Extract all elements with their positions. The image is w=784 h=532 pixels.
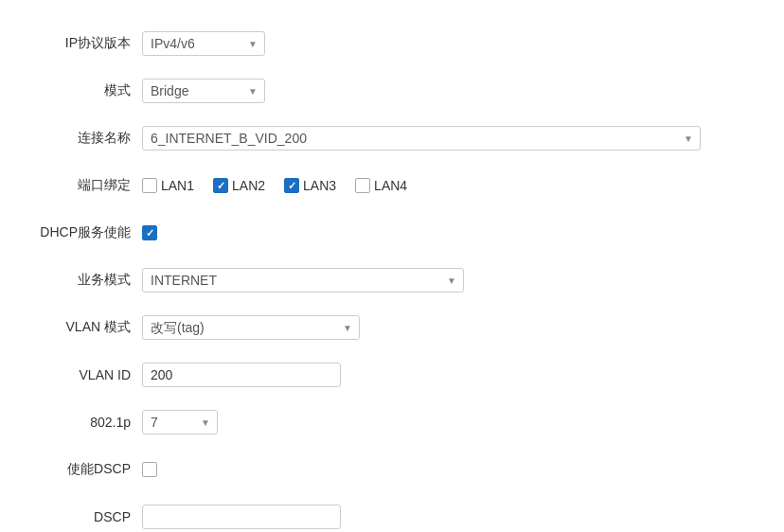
ip-protocol-label: IP协议版本 — [38, 35, 142, 52]
dscp-enable-label: 使能DSCP — [38, 461, 142, 478]
vlan-id-label: VLAN ID — [38, 367, 142, 382]
lan4-label: LAN4 — [374, 178, 407, 193]
connection-select-wrapper: 6_INTERNET_B_VID_200 — [142, 126, 701, 151]
lan4-checkbox[interactable] — [355, 178, 370, 193]
dscp-label: DSCP — [38, 509, 142, 524]
lan2-checkbox[interactable] — [213, 178, 228, 193]
connection-row: 连接名称 6_INTERNET_B_VID_200 — [38, 123, 746, 153]
form-container: IP协议版本 IPv4/v6 IPv4 IPv6 模式 Bridge Route… — [0, 19, 784, 532]
mode-select-wrapper: Bridge Route PPPoE — [142, 79, 265, 103]
lan3-label: LAN3 — [303, 178, 336, 193]
lan1-checkbox[interactable] — [142, 178, 157, 193]
dhcp-control — [142, 225, 157, 240]
mode-label: 模式 — [38, 82, 142, 99]
lan1-label: LAN1 — [161, 178, 194, 193]
vlan-mode-control: 改写(tag) 透传 不处理 — [142, 315, 360, 340]
dscp-control — [142, 505, 341, 529]
dhcp-label: DHCP服务使能 — [38, 224, 142, 241]
port-lan2: LAN2 — [213, 178, 265, 193]
service-mode-row: 业务模式 INTERNET OTHER — [38, 265, 746, 295]
port-binding-row: 端口绑定 LAN1 LAN2 LAN3 LAN4 — [38, 170, 746, 201]
port-lan3: LAN3 — [284, 178, 336, 193]
port-lan4: LAN4 — [355, 178, 407, 193]
lan2-label: LAN2 — [232, 178, 265, 193]
port-binding-label: 端口绑定 — [38, 177, 142, 194]
connection-label: 连接名称 — [38, 130, 142, 147]
vlan-id-control — [142, 363, 341, 387]
ip-protocol-control: IPv4/v6 IPv4 IPv6 — [142, 31, 265, 56]
mode-select[interactable]: Bridge Route PPPoE — [142, 79, 265, 103]
service-mode-label: 业务模式 — [38, 272, 142, 289]
port-lan1: LAN1 — [142, 178, 194, 193]
connection-control: 6_INTERNET_B_VID_200 — [142, 126, 701, 151]
dscp-enable-row: 使能DSCP — [38, 454, 746, 485]
dscp-row: DSCP — [38, 502, 746, 532]
service-mode-select-wrapper: INTERNET OTHER — [142, 268, 464, 293]
dot1p-control: 0 1 2 3 4 5 6 7 — [142, 410, 218, 434]
ip-protocol-select-wrapper: IPv4/v6 IPv4 IPv6 — [142, 31, 265, 56]
vlan-mode-row: VLAN 模式 改写(tag) 透传 不处理 — [38, 312, 746, 343]
service-mode-control: INTERNET OTHER — [142, 268, 464, 293]
dot1p-select[interactable]: 0 1 2 3 4 5 6 7 — [142, 410, 218, 434]
connection-select[interactable]: 6_INTERNET_B_VID_200 — [142, 126, 701, 151]
mode-control: Bridge Route PPPoE — [142, 79, 265, 103]
ip-protocol-select[interactable]: IPv4/v6 IPv4 IPv6 — [142, 31, 265, 56]
vlan-id-input[interactable] — [142, 363, 341, 387]
vlan-mode-label: VLAN 模式 — [38, 319, 142, 336]
vlan-mode-select-wrapper: 改写(tag) 透传 不处理 — [142, 315, 360, 340]
dot1p-select-wrapper: 0 1 2 3 4 5 6 7 — [142, 410, 218, 434]
dhcp-checkbox[interactable] — [142, 225, 157, 240]
vlan-mode-select[interactable]: 改写(tag) 透传 不处理 — [142, 315, 360, 340]
dhcp-row: DHCP服务使能 — [38, 218, 746, 248]
port-binding-control: LAN1 LAN2 LAN3 LAN4 — [142, 178, 407, 193]
vlan-id-row: VLAN ID — [38, 360, 746, 390]
dscp-enable-checkbox[interactable] — [142, 462, 157, 477]
mode-row: 模式 Bridge Route PPPoE — [38, 76, 746, 106]
lan3-checkbox[interactable] — [284, 178, 299, 193]
service-mode-select[interactable]: INTERNET OTHER — [142, 268, 464, 293]
ip-protocol-row: IP协议版本 IPv4/v6 IPv4 IPv6 — [38, 28, 746, 59]
dot1p-row: 802.1p 0 1 2 3 4 5 6 7 — [38, 407, 746, 437]
dscp-input[interactable] — [142, 505, 341, 529]
dscp-enable-control — [142, 462, 157, 477]
dot1p-label: 802.1p — [38, 415, 142, 430]
